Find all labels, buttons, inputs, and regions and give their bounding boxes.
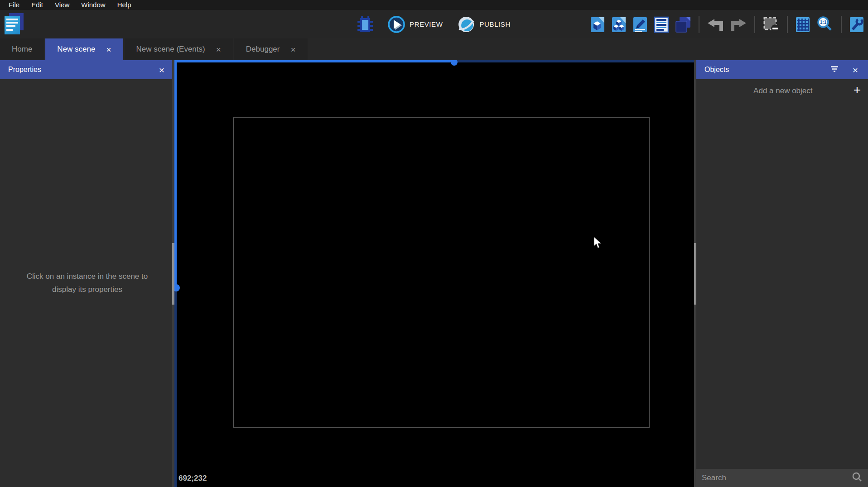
scene-properties-icon[interactable] [848,15,865,34]
horizontal-scroll-thumb[interactable] [451,60,458,66]
preview-button[interactable]: PREVIEW [385,14,445,35]
toolbar-separator [787,16,788,33]
close-icon[interactable]: × [157,64,166,76]
properties-panel: Properties × Click on an instance in the… [0,60,174,487]
gdevelop-window: File Edit View Window Help [0,0,868,487]
main-area: Properties × Click on an instance in the… [0,60,868,487]
grid-icon[interactable] [794,15,811,34]
objects-search-bar[interactable] [696,469,868,487]
game-window-bounds [233,117,650,428]
properties-empty-message: Click on an instance in the scene to dis… [19,270,155,296]
objects-list-empty-area [696,103,868,469]
properties-panel-title: Properties [8,66,157,74]
undo-icon[interactable] [706,16,725,33]
clear-selection-icon[interactable] [762,15,781,34]
object-groups-editor-icon[interactable] [610,15,627,34]
tab-new-scene[interactable]: New scene × [45,38,123,60]
objects-panel-title: Objects [704,66,830,74]
debug-icon[interactable] [355,14,376,35]
publish-button[interactable]: PUBLISH [455,14,513,35]
properties-panel-body: Click on an instance in the scene to dis… [0,79,174,487]
plus-icon[interactable]: + [854,84,868,98]
menu-window[interactable]: Window [76,0,110,10]
toolbar-separator [841,16,842,33]
instances-list-icon[interactable] [653,15,670,34]
menu-view[interactable]: View [50,0,74,10]
properties-scrollbar-thumb[interactable] [172,243,174,305]
menu-file[interactable]: File [4,0,24,10]
menu-help[interactable]: Help [112,0,136,10]
toolbar: PREVIEW PUBLISH [0,10,868,38]
tab-bar: Home New scene × New scene (Events) × De… [0,38,868,60]
toolbar-separator [754,16,755,33]
properties-scrollbar-track[interactable] [172,60,174,487]
layers-editor-icon[interactable] [674,15,692,34]
tab-new-scene-events[interactable]: New scene (Events) × [125,38,233,60]
toolbar-center: PREVIEW PUBLISH [355,10,513,38]
mouse-cursor-icon [593,237,602,251]
add-object-label: Add a new object [696,86,854,95]
scene-editor-canvas[interactable]: 692;232 [174,60,694,487]
add-object-row[interactable]: Add a new object + [696,79,868,103]
svg-text:1:1: 1:1 [820,20,827,25]
canvas-horizontal-scrollbar[interactable] [174,60,694,62]
search-icon[interactable] [852,472,863,484]
objects-panel-header: Objects × [696,60,868,79]
objects-editor-icon[interactable] [589,15,606,34]
objects-panel: Objects × Add a new object + [694,60,868,487]
close-icon[interactable]: × [851,64,860,76]
close-icon[interactable]: × [290,45,295,54]
canvas-vertical-scrollbar[interactable] [174,60,177,487]
play-icon [387,15,405,33]
cursor-coordinates: 692;232 [178,474,207,483]
properties-panel-header: Properties × [0,60,174,79]
project-manager-icon[interactable] [5,13,24,35]
redo-icon[interactable] [729,16,748,33]
objects-scrollbar-track[interactable] [694,60,696,487]
publish-globe-icon [458,15,476,33]
vertical-scroll-thumb[interactable] [174,284,180,291]
close-icon[interactable]: × [216,45,221,54]
tab-debugger[interactable]: Debugger × [234,38,308,60]
edit-properties-icon[interactable] [632,15,649,34]
filter-icon[interactable] [830,66,839,74]
toolbar-separator [699,16,699,33]
menu-edit[interactable]: Edit [26,0,48,10]
toolbar-right: 1:1 [589,10,865,38]
menu-bar: File Edit View Window Help [0,0,868,10]
zoom-1-1-icon[interactable]: 1:1 [815,15,834,34]
close-icon[interactable]: × [106,45,111,54]
objects-scrollbar-thumb[interactable] [694,243,696,305]
search-input[interactable] [702,473,852,482]
tab-home[interactable]: Home [0,38,44,60]
